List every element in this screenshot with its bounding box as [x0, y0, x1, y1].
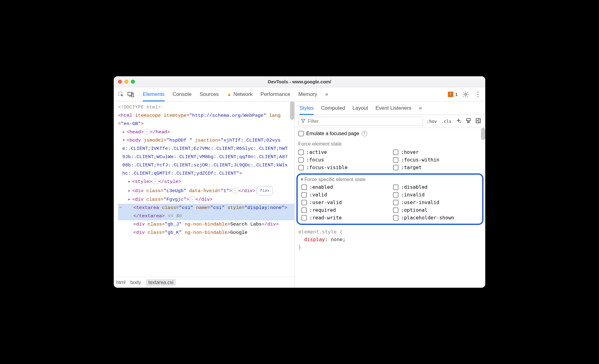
row-actions-icon[interactable]: ⋯ [118, 204, 122, 212]
state-disabled: :disabled [393, 184, 479, 190]
side-tabs: Styles Computed Layout Event Listeners » [295, 101, 485, 115]
elements-pane: <!DOCTYPE html> <html itemscope itemtype… [114, 101, 295, 288]
checkbox[interactable] [393, 157, 399, 163]
settings-icon[interactable] [461, 90, 470, 99]
dom-tree[interactable]: <!DOCTYPE html> <html itemscope itemtype… [114, 101, 294, 277]
computed-sidebar-toggle-icon[interactable] [475, 117, 482, 125]
checkbox[interactable] [393, 192, 399, 198]
separator [139, 91, 139, 98]
tab-sources[interactable]: Sources [200, 87, 219, 101]
breadcrumb-item-active[interactable]: textarea.csi [146, 279, 176, 286]
new-style-rule-icon[interactable] [455, 117, 462, 126]
div-l3eugb[interactable]: ▸<div class="L3eUgb" data-hveid="1">⋯</d… [118, 186, 294, 195]
filter-input[interactable]: Filter [298, 117, 423, 126]
force-specific-state-label[interactable]: ▾Force specific element state [300, 176, 480, 184]
side-tab-layout[interactable]: Layout [353, 101, 368, 115]
head-element[interactable]: ▸<head>⋯</head> [118, 128, 294, 136]
state-enabled: :enabled [301, 184, 387, 190]
kebab-menu-icon[interactable]: ⋮ [474, 90, 482, 99]
svg-point-12 [469, 122, 469, 123]
main-tabs: Elements Console Sources ▲Network Perfor… [143, 87, 447, 101]
ellipsis-icon[interactable]: ⋯ [189, 196, 196, 202]
checkbox[interactable] [393, 165, 399, 170]
state-required: :required [301, 207, 387, 213]
div-fgvgjc[interactable]: ▸<div class="Fgvgjc">⋯</div> [118, 195, 294, 204]
collapse-arrow-icon: ▾ [301, 176, 303, 182]
force-element-state-label: Force element state [295, 138, 485, 148]
side-tab-computed[interactable]: Computed [321, 101, 345, 115]
body-element[interactable]: ▾<body jsmodel="hspDDf " jsaction="xjhTI… [118, 136, 294, 178]
checkbox[interactable] [393, 184, 399, 190]
div-gb-k[interactable]: <div class="gb_K" ng-non-bindable>Google [118, 229, 294, 237]
main-toolbar: Elements Console Sources ▲Network Perfor… [114, 87, 485, 101]
checkbox[interactable] [393, 207, 399, 213]
state-optional: :optional [393, 207, 479, 213]
doctype[interactable]: <!DOCTYPE html> [118, 103, 294, 112]
maximize-window-button[interactable] [131, 80, 135, 84]
state-focus: :focus [298, 157, 387, 163]
expand-arrow-icon[interactable]: ▸ [128, 178, 132, 186]
checkbox[interactable] [301, 200, 307, 205]
flex-badge[interactable]: flex [257, 186, 273, 195]
scrollbar[interactable] [481, 128, 485, 140]
div-gb-j[interactable]: <div class="gb_J" ng-non-bindable>Search… [118, 220, 294, 229]
element-style-rule[interactable]: element.style { display: none; } [295, 227, 485, 252]
issues-badge[interactable]: ! 1 [448, 92, 458, 97]
scrollbar[interactable] [290, 101, 294, 120]
titlebar: DevTools - www.google.com/ [114, 76, 485, 87]
close-window-button[interactable] [118, 80, 122, 84]
minimize-window-button[interactable] [124, 80, 128, 84]
filter-row: Filter :hov .cls [295, 115, 485, 128]
expand-arrow-icon[interactable]: ▸ [122, 128, 126, 136]
tab-performance[interactable]: Performance [261, 87, 290, 101]
checkbox[interactable] [393, 150, 399, 155]
device-toolbar-icon[interactable] [127, 90, 135, 99]
ellipsis-icon[interactable]: ⋯ [152, 179, 158, 184]
ellipsis-icon[interactable]: ⋯ [232, 188, 238, 193]
tab-memory[interactable]: Memory [298, 87, 317, 101]
rendering-emulations-icon[interactable] [465, 117, 472, 125]
emulate-focused-page-label: Emulate a focused page [306, 131, 359, 136]
window-title: DevTools - www.google.com/ [114, 79, 485, 84]
emulate-focused-page-checkbox[interactable] [298, 131, 304, 136]
checkbox[interactable] [301, 207, 307, 213]
side-tab-event-listeners[interactable]: Event Listeners [376, 101, 411, 115]
more-side-tabs[interactable]: » [419, 105, 422, 111]
devtools-window: DevTools - www.google.com/ Elements Cons… [114, 76, 485, 288]
checkbox[interactable] [301, 192, 307, 198]
force-state-grid: :active :hover :focus :focus-within :foc… [295, 148, 485, 173]
tab-network[interactable]: ▲Network [227, 87, 253, 101]
style-element[interactable]: ▸<style>⋯</style> [118, 178, 294, 186]
cls-toggle[interactable]: .cls [441, 118, 452, 124]
tab-console[interactable]: Console [173, 87, 192, 101]
checkbox[interactable] [301, 184, 307, 190]
svg-rect-8 [467, 119, 470, 121]
breadcrumb: html body textarea.csi [114, 277, 294, 288]
checkbox[interactable] [298, 165, 304, 170]
checkbox[interactable] [298, 157, 304, 163]
svg-rect-3 [132, 93, 134, 97]
checkbox[interactable] [298, 150, 304, 155]
styles-pane: Styles Computed Layout Event Listeners »… [295, 101, 485, 288]
panes: <!DOCTYPE html> <html itemscope itemtype… [114, 101, 485, 288]
tab-elements[interactable]: Elements [143, 87, 165, 101]
checkbox[interactable] [393, 215, 399, 221]
expand-arrow-icon[interactable]: ▸ [128, 195, 132, 204]
svg-point-11 [467, 122, 468, 123]
html-element[interactable]: <html itemscope itemtype="http://schema.… [118, 112, 294, 128]
emulate-focused-page-row: Emulate a focused page ? [295, 128, 485, 138]
collapse-arrow-icon[interactable]: ▾ [122, 136, 126, 145]
ellipsis-icon[interactable]: ⋯ [144, 129, 150, 135]
breadcrumb-item[interactable]: body [130, 280, 141, 285]
state-user-valid: :user-valid [301, 199, 387, 205]
checkbox[interactable] [393, 200, 399, 205]
checkbox[interactable] [301, 215, 307, 221]
side-tab-styles[interactable]: Styles [300, 101, 314, 115]
expand-arrow-icon[interactable]: ▸ [128, 187, 132, 195]
hov-toggle[interactable]: :hov [426, 118, 438, 124]
more-tabs[interactable]: » [325, 91, 328, 97]
help-icon[interactable]: ? [362, 131, 367, 136]
selected-element-row[interactable]: ⋯ <textarea class="csi" name="csi" style… [118, 204, 294, 220]
breadcrumb-item[interactable]: html [116, 280, 125, 285]
inspect-element-icon[interactable] [117, 90, 125, 99]
